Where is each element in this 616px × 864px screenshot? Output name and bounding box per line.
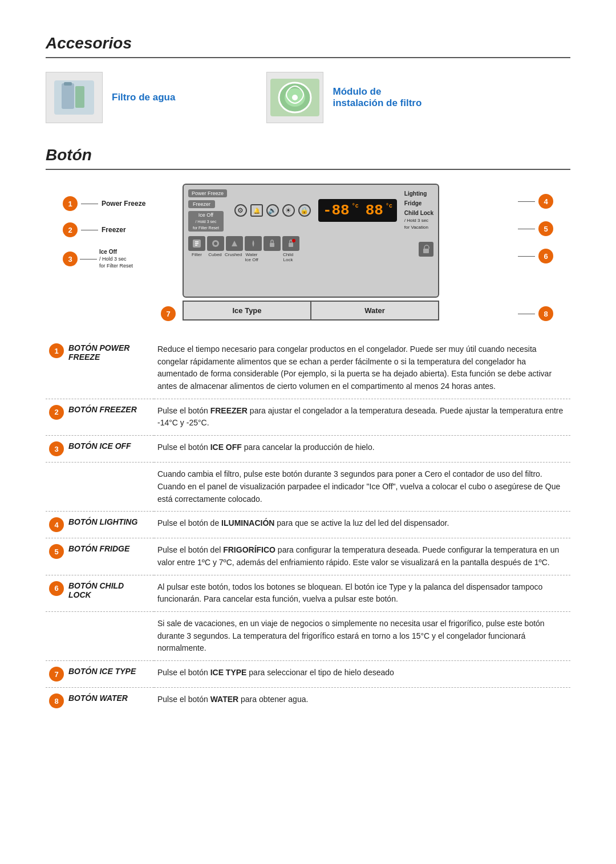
btn-1-name: BOTÓN POWERFREEZE — [68, 343, 129, 362]
btn-name-label-1: 1 BOTÓN POWERFREEZE — [49, 343, 151, 362]
filter-label-6: Child Lock — [279, 252, 297, 262]
freezer-temp: -88 — [323, 202, 350, 219]
btn-name-label-8: 8 BOTÓN WATER — [49, 693, 151, 708]
btn-desc-8: Pulse el botón WATER para obtener agua. — [154, 688, 570, 715]
panel-icon-row: ⚙ 🔔 🔊 ☀ 🔒 — [234, 204, 311, 217]
sound-icon: 🔊 — [266, 204, 279, 217]
btn-name-label-4: 4 BOTÓN LIGHTING — [49, 517, 151, 532]
right-labels-group: 4 5 6 — [518, 194, 553, 263]
panel-right-labels: Lighting Fridge Child Lock/ Hold 3 secfo… — [404, 190, 433, 230]
btn-7-name: BOTÓN ICE TYPE — [68, 667, 136, 676]
btn-4-name: BOTÓN LIGHTING — [68, 517, 137, 526]
circle-8-desc: 8 — [49, 693, 64, 708]
button-descriptions-table: 1 BOTÓN POWERFREEZE Reduce el tiempo nec… — [46, 338, 570, 714]
svg-point-7 — [292, 95, 298, 100]
filter-icon-1 — [188, 236, 205, 251]
btn-8-name: BOTÓN WATER — [68, 693, 128, 703]
water-filter-svg: Samsung — [51, 78, 97, 117]
left-label-2: 2 Freezer — [63, 222, 145, 237]
line-8 — [518, 314, 535, 314]
btn-desc-6b: Si sale de vacaciones, en un viaje de ne… — [154, 611, 570, 660]
svg-rect-1 — [62, 83, 74, 109]
boton-divider — [46, 169, 570, 170]
panel-display: -88°c 88°c — [318, 199, 397, 222]
water-btn[interactable]: Water — [311, 301, 439, 321]
left-label-text-1: Power Freeze — [102, 200, 145, 208]
freezer-deg: °c — [352, 203, 359, 209]
filter-icon-6 — [282, 236, 299, 251]
filter-label-4: Water Ice Off — [243, 252, 260, 262]
water-filter-image: Samsung — [46, 72, 103, 123]
filter-icon: 🔔 — [250, 204, 263, 217]
ice-type-btn[interactable]: Ice Type — [183, 301, 311, 321]
right-label-4: 4 — [518, 194, 553, 209]
sun-icon: ☀ — [282, 204, 295, 217]
line-4 — [518, 201, 535, 202]
accessories-divider — [46, 57, 570, 58]
line-2 — [81, 230, 98, 230]
filter-icons-row — [188, 236, 299, 251]
btn-row-8: 8 BOTÓN WATER Pulse el botón WATER para … — [46, 688, 570, 715]
btn-3-name: BOTÓN ICE OFF — [68, 441, 131, 451]
btn-name-cell-2: 2 BOTÓN FREEZER — [46, 399, 154, 435]
circle-2-desc: 2 — [49, 405, 64, 420]
btn-desc-2: Pulse el botón FREEZER para ajustar el c… — [154, 399, 570, 435]
right-label-5: 5 — [518, 221, 553, 236]
filter-icon-4 — [245, 236, 262, 251]
btn-desc-6: Al pulsar este botón, todos los botones … — [154, 575, 570, 611]
btn-row-7: 7 BOTÓN ICE TYPE Pulse el botón ICE TYPE… — [46, 661, 570, 688]
fridge-panel: Power Freeze Freezer Ice Off/ Hold 3 sec… — [183, 184, 439, 298]
filter-label-3: Crushed — [225, 252, 242, 262]
btn-name-cell-1: 1 BOTÓN POWERFREEZE — [46, 338, 154, 399]
btn-desc-7: Pulse el botón ICE TYPE para seleccionar… — [154, 661, 570, 688]
childlock-label: Child Lock/ Hold 3 secfor Vacation — [404, 210, 433, 230]
childlock-icon — [419, 242, 433, 257]
accessory-item-1: Samsung Filtro de agua — [46, 72, 175, 123]
btn-name-cell-8: 8 BOTÓN WATER — [46, 688, 154, 715]
fridge-temp: 88 — [366, 202, 383, 219]
line-6 — [518, 256, 535, 257]
circle-8-wrapper: 8 — [518, 306, 553, 321]
dispenser-row: Ice Type Water — [183, 301, 439, 321]
circle-3-desc: 3 — [49, 441, 64, 456]
button-diagram: 1 Power Freeze 2 Freezer 3 Ice Off/ Hold… — [63, 184, 553, 326]
line-1 — [81, 204, 98, 204]
fridge-deg: °c — [386, 203, 392, 209]
circle-3: 3 — [63, 252, 78, 266]
circle-7-wrapper: 7 — [161, 306, 176, 321]
svg-rect-3 — [64, 82, 72, 86]
accessories-row: Samsung Filtro de agua Módulo de instala… — [46, 72, 570, 123]
power-freeze-btn: Power Freeze — [188, 189, 227, 197]
circle-6: 6 — [538, 249, 553, 263]
svg-rect-12 — [289, 243, 293, 247]
circle-7: 7 — [161, 306, 176, 321]
lock-icon-top: 🔒 — [298, 204, 311, 217]
btn-name-cell-7: 7 BOTÓN ICE TYPE — [46, 661, 154, 688]
circle-4-desc: 4 — [49, 517, 64, 532]
filter-module-svg — [269, 78, 321, 117]
btn-name-label-3: 3 BOTÓN ICE OFF — [49, 441, 151, 456]
btn-6-name: BOTÓN CHILDLOCK — [68, 581, 124, 599]
btn-row-3b: Cuando cambia el filtro, pulse este botó… — [46, 463, 570, 512]
btn-row-5: 5 BOTÓN FRIDGE Pulse el botón del FRIGOR… — [46, 538, 570, 575]
svg-rect-2 — [75, 86, 84, 108]
circle-8: 8 — [538, 306, 553, 321]
btn-row-1: 1 BOTÓN POWERFREEZE Reduce el tiempo nec… — [46, 338, 570, 399]
left-label-1: 1 Power Freeze — [63, 196, 145, 211]
water-bold: WATER — [210, 695, 239, 704]
btn-1-desc: Reduce el tiempo necesario para congelar… — [157, 344, 552, 391]
btn-name-cell-3: 3 BOTÓN ICE OFF — [46, 436, 154, 463]
svg-point-10 — [214, 242, 217, 245]
left-label-text-2: Freezer — [102, 226, 126, 234]
fridge-bold: FRIGORÍFICO — [223, 545, 275, 554]
line-5 — [518, 229, 535, 229]
filter-module-image — [266, 72, 323, 123]
circle-1: 1 — [63, 196, 78, 211]
filter-labels-row: Filter Cubed Crushed Water Ice Off Child… — [188, 252, 297, 262]
btn-desc-3: Pulse el botón ICE OFF para cancelar la … — [154, 436, 570, 463]
right-label-6: 6 — [518, 249, 553, 263]
filter-label-2: Cubed — [206, 252, 224, 262]
boton-title: Botón — [46, 146, 570, 164]
btn-name-cell-5: 5 BOTÓN FRIDGE — [46, 538, 154, 575]
circle-2: 2 — [63, 222, 78, 237]
